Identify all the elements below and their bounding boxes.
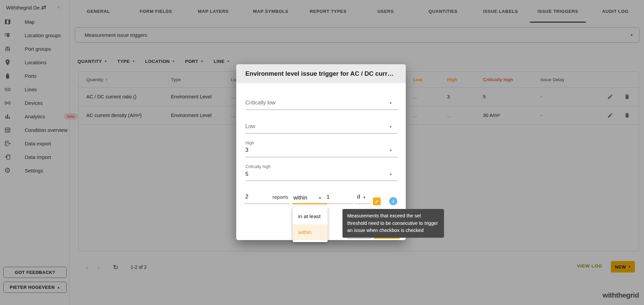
chevron-down-icon: ▼ — [389, 125, 392, 128]
consecutive-checkbox[interactable]: ✓ — [373, 197, 381, 205]
modal-title: Environment level issue trigger for AC /… — [245, 70, 394, 77]
field-underline — [325, 204, 353, 204]
critically-high-label: Critically high — [245, 164, 270, 169]
unit-select[interactable]: d — [357, 194, 360, 200]
chevron-down-icon: ▼ — [389, 149, 392, 152]
field-underline — [244, 204, 290, 204]
field-underline — [245, 133, 398, 134]
menu-option-in-at-least[interactable]: in at least — [293, 208, 328, 224]
field-underline — [245, 181, 398, 181]
low-select[interactable]: Low — [245, 123, 255, 130]
chevron-down-icon: ▼ — [389, 101, 392, 105]
info-icon[interactable]: i — [389, 197, 397, 205]
chevron-up-icon: ▲ — [318, 196, 321, 199]
report-count-input[interactable]: 2 — [245, 194, 248, 200]
field-underline — [245, 157, 398, 157]
high-label: High — [245, 141, 254, 145]
critically-high-select[interactable]: 5 — [245, 171, 248, 177]
chevron-down-icon: ▼ — [363, 196, 366, 199]
high-select[interactable]: 3 — [245, 147, 248, 153]
active-field-underline — [292, 203, 327, 204]
reports-suffix-label: reports — [272, 194, 288, 200]
mode-select-menu: in at least within — [293, 206, 328, 242]
consecutive-info-tooltip: Measurements that exceed the set thresho… — [342, 209, 444, 238]
check-icon: ✓ — [375, 198, 379, 205]
window-count-input[interactable]: 1 — [327, 194, 330, 200]
field-underline — [245, 110, 398, 110]
menu-option-within[interactable]: within — [293, 224, 328, 240]
chevron-down-icon: ▼ — [389, 173, 392, 176]
mode-select[interactable]: within — [293, 195, 307, 201]
field-underline — [355, 204, 371, 204]
critically-low-select[interactable]: Critically low — [245, 100, 275, 106]
modal-header: Environment level issue trigger for AC /… — [236, 64, 406, 83]
app-root: Withthegrid De… ⇄ ‹ Map Location groups … — [0, 0, 644, 305]
